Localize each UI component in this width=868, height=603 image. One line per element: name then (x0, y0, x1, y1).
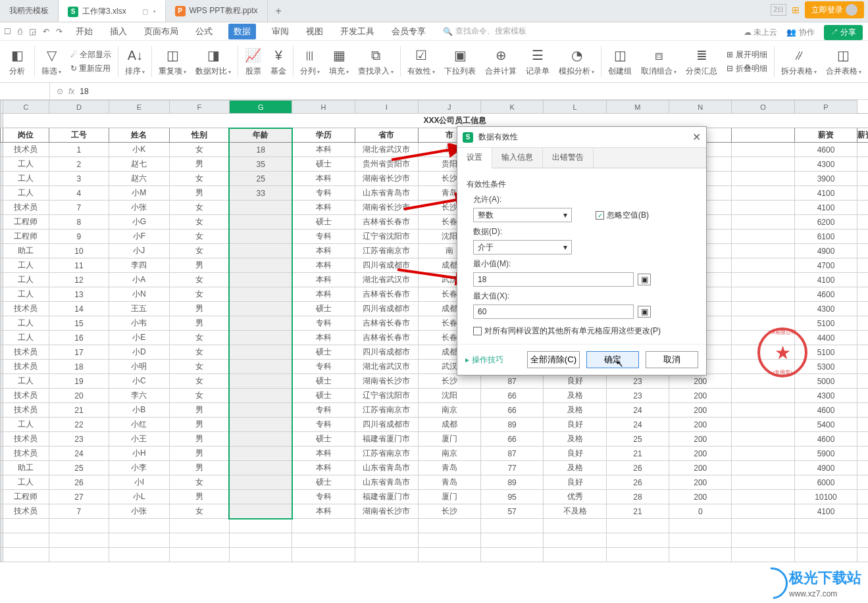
dialog-tab-settings[interactable]: 设置 (457, 148, 492, 168)
quick-access: ☐ ⎙ ◲ ↶ ↷ (4, 27, 72, 36)
close-icon[interactable]: ✕ (692, 131, 701, 143)
login-button[interactable]: 立即登录 (805, 1, 864, 18)
avatar-icon (846, 4, 857, 16)
min-input[interactable]: 18 (473, 272, 634, 287)
ribbon-splittbl[interactable]: ⫽拆分表格▾ (777, 42, 821, 81)
tab-label: 工作簿3.xlsx (82, 6, 126, 17)
ok-button[interactable]: 确定↖ (586, 351, 639, 368)
checkbox-checked-icon: ✓ (596, 211, 604, 220)
ribbon-group[interactable]: ◫创建组 (604, 42, 636, 81)
dialog-tabs: 设置 输入信息 出错警告 (457, 148, 706, 168)
dialog-titlebar[interactable]: S 数据有效性 ✕ (457, 127, 706, 148)
ribbon-sort[interactable]: A↓排序▾ (121, 42, 149, 81)
dialog-body: 有效性条件 允许(A): 整数▾ ✓忽略空值(B) 数据(D): 介于▾ 最小值… (457, 168, 706, 344)
new-tab-button[interactable]: + (268, 0, 290, 22)
apply-all-checkbox[interactable]: 对所有同样设置的其他所有单元格应用这些更改(P) (473, 326, 661, 337)
print-icon[interactable]: ⎙ (18, 27, 22, 36)
save-icon[interactable]: ☐ (4, 27, 11, 36)
data-op-select[interactable]: 介于▾ (473, 240, 572, 254)
ribbon-record[interactable]: ☰记录单 (522, 42, 553, 81)
dialog-tab-error[interactable]: 出错警告 (543, 148, 594, 168)
ribbon-dropdown[interactable]: ▣下拉列表 (440, 42, 480, 81)
tab-indicator-icon: ▢ • (142, 8, 156, 15)
checkbox-unchecked-icon (473, 327, 482, 335)
dialog-footer: ▸操作技巧 全部清除(C) 确定↖ 取消 (457, 344, 706, 375)
ribbon-fill[interactable]: ▦填充▾ (325, 42, 353, 81)
ribbon-subtotal[interactable]: ≣分类汇总 (682, 42, 721, 81)
company-seal-stamp: ★ XX有限公司 (专用章) (757, 327, 807, 377)
menu-vip[interactable]: 会员专享 (390, 24, 427, 39)
ribbon-expand[interactable]: ⊞ 展开明细 (727, 49, 767, 60)
tab-dockemp[interactable]: 我稻壳模板 (0, 0, 59, 22)
search-placeholder: 查找命令、搜索模板 (455, 26, 526, 37)
ribbon-dup[interactable]: ◫重复项▾ (155, 42, 190, 81)
logo-icon (750, 561, 794, 603)
coop-button[interactable]: 👥 协作 (786, 27, 814, 38)
name-box[interactable] (0, 83, 50, 99)
ribbon-mergetbl[interactable]: ◫合并表格▾ (822, 42, 865, 81)
dialog-tab-input[interactable]: 输入信息 (492, 148, 543, 168)
menu-dev[interactable]: 开发工具 (339, 24, 376, 39)
ribbon-data: ◧分析 ▽筛选▾ ☄ 全部显示 ↻ 重新应用 A↓排序▾ ◫重复项▾ ◨数据对比… (0, 41, 868, 83)
menu-insert[interactable]: 插入 (109, 24, 128, 39)
fx-icon[interactable]: fx (68, 87, 74, 96)
command-search[interactable]: 🔍 查找命令、搜索模板 (443, 26, 526, 37)
ribbon-split[interactable]: ⫼分列▾ (296, 42, 324, 81)
ribbon-whatif[interactable]: ◔模拟分析▾ (555, 42, 598, 81)
min-label: 最小值(M): (473, 258, 697, 270)
formula-value[interactable]: 18 (80, 87, 88, 96)
section-title: 有效性条件 (467, 179, 697, 190)
share-button[interactable]: ↗ 分享 (824, 25, 863, 40)
redo-icon[interactable]: ↷ (56, 27, 63, 36)
clear-all-button[interactable]: 全部清除(C) (527, 351, 580, 368)
preview-icon[interactable]: ◲ (29, 27, 36, 36)
presentation-icon: P (175, 6, 186, 16)
range-picker-icon[interactable]: ▣ (638, 306, 651, 318)
top-right-controls: 2日 ⊞ 立即登录 (771, 1, 864, 18)
zoom-icon[interactable]: ⊙ (57, 87, 63, 96)
svg-line-0 (392, 147, 464, 160)
allow-label: 允许(A): (473, 194, 697, 205)
spreadsheet-grid[interactable]: CDEFGHIJKLMNOPXXX公司员工信息岗位工号姓名性别年龄学历省市市薪资… (0, 100, 868, 601)
menu-formula[interactable]: 公式 (194, 24, 214, 39)
ribbon-showall[interactable]: ☄ 全部显示 (70, 49, 111, 60)
ribbon-fund[interactable]: ¥基金 (267, 42, 290, 81)
search-icon: 🔍 (443, 27, 453, 36)
ribbon-ungroup[interactable]: ⧈取消组合▾ (637, 42, 680, 81)
allow-select[interactable]: 整数▾ (473, 208, 572, 222)
cancel-button[interactable]: 取消 (646, 351, 698, 368)
apps-icon[interactable]: ⊞ (792, 5, 800, 15)
cloud-status[interactable]: ☁ 未上云 (744, 27, 777, 38)
play-icon: ▸ (465, 355, 469, 364)
ignore-blank-checkbox[interactable]: ✓忽略空值(B) (596, 210, 649, 221)
ribbon-findentry[interactable]: ⧉查找录入▾ (354, 42, 397, 81)
star-icon: ★ (775, 342, 791, 364)
menu-review[interactable]: 审阅 (270, 24, 290, 39)
chevron-down-icon: ▾ (563, 210, 567, 220)
menu-bar: ☐ ⎙ ◲ ↶ ↷ 开始 插入 页面布局 公式 数据 审阅 视图 开发工具 会员… (0, 22, 868, 41)
ribbon-compare[interactable]: ◨数据对比▾ (191, 42, 235, 81)
menu-layout[interactable]: 页面布局 (143, 24, 180, 39)
ribbon-collapse[interactable]: ⊟ 折叠明细 (727, 63, 767, 74)
tab-workbook[interactable]: S 工作簿3.xlsx ▢ • (59, 0, 166, 22)
tab-ppt[interactable]: P WPS PPT教程.pptx (166, 0, 268, 22)
ribbon-validity[interactable]: ☑有效性▾ (403, 42, 439, 81)
ribbon-stock[interactable]: 📈股票 (241, 42, 265, 81)
badge-1: 2日 (771, 4, 786, 16)
ribbon-filter[interactable]: ▽筛选▾ (38, 42, 65, 81)
ribbon-consolidate[interactable]: ⊕合并计算 (481, 42, 521, 81)
max-label: 最大值(X): (473, 291, 697, 302)
undo-icon[interactable]: ↶ (43, 27, 49, 36)
tips-link[interactable]: ▸操作技巧 (465, 351, 503, 368)
chevron-down-icon: ▾ (563, 243, 567, 252)
menu-start[interactable]: 开始 (74, 24, 94, 39)
menu-view[interactable]: 视图 (305, 24, 324, 39)
max-input[interactable]: 60 (473, 304, 634, 319)
menu-data[interactable]: 数据 (228, 24, 256, 39)
tab-label: 我稻壳模板 (9, 5, 49, 16)
dialog-title: 数据有效性 (478, 132, 518, 143)
ribbon-analysis[interactable]: ◧分析 (3, 42, 32, 81)
ribbon-reapply[interactable]: ↻ 重新应用 (70, 63, 111, 74)
range-picker-icon[interactable]: ▣ (638, 274, 651, 285)
data-validation-dialog: S 数据有效性 ✕ 设置 输入信息 出错警告 有效性条件 允许(A): 整数▾ … (457, 126, 707, 375)
